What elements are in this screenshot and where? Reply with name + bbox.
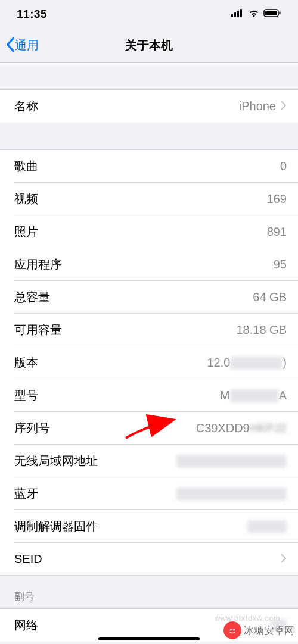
cell-label: 蓝牙 <box>14 486 38 502</box>
svg-point-8 <box>230 629 232 630</box>
cell-name[interactable]: 名称 iPhone <box>0 90 298 123</box>
cell-capacity: 总容量 64 GB <box>0 281 298 314</box>
cell-bluetooth: 蓝牙 <box>0 477 298 510</box>
value-prefix: 12.0 <box>207 356 230 370</box>
redacted-blur <box>176 455 287 468</box>
cell-label: 可用容量 <box>14 322 62 338</box>
cell-value <box>176 487 287 501</box>
status-time: 11:35 <box>17 8 47 21</box>
value-prefix: C39XDD9 <box>196 421 250 435</box>
svg-rect-5 <box>265 11 277 15</box>
cell-videos: 视频 169 <box>0 183 298 215</box>
svg-rect-0 <box>231 14 233 17</box>
cell-value: 12.0) <box>207 356 287 370</box>
section-spacer <box>0 123 298 149</box>
cell-value <box>247 520 287 533</box>
cell-label: 序列号 <box>14 420 50 436</box>
svg-rect-1 <box>234 12 236 17</box>
chevron-right-icon <box>281 552 287 566</box>
info-group: 歌曲 0 视频 169 照片 891 应用程序 95 总容量 64 GB 可用容… <box>0 149 298 576</box>
svg-rect-2 <box>237 11 239 17</box>
redacted-blur <box>176 487 287 501</box>
cell-modem-firmware: 调制解调器固件 <box>0 510 298 543</box>
cell-label: 照片 <box>14 224 38 240</box>
section-header: 副号 <box>0 576 298 608</box>
cell-value: 64 GB <box>253 290 287 304</box>
battery-icon <box>263 9 281 20</box>
cell-value: 95 <box>274 258 287 271</box>
status-bar: 11:35 <box>0 0 298 29</box>
cell-label: 型号 <box>14 387 38 404</box>
cell-label: 总容量 <box>14 289 50 305</box>
value-suffix-blurred: HKPJ2 <box>250 421 287 435</box>
cell-value-text: iPhone <box>239 99 276 113</box>
cell-model: 型号 MA <box>0 379 298 412</box>
name-group: 名称 iPhone <box>0 89 298 123</box>
home-indicator[interactable] <box>98 637 200 640</box>
svg-rect-3 <box>240 9 242 17</box>
cell-seid[interactable]: SEID <box>0 543 298 575</box>
redacted-blur <box>230 357 283 370</box>
cell-value: 0 <box>280 160 287 173</box>
watermark: 冰糖安卓网 <box>224 621 294 639</box>
cell-label: 无线局域网地址 <box>14 453 98 469</box>
cell-label: 调制解调器固件 <box>14 518 98 534</box>
cell-photos: 照片 891 <box>0 215 298 248</box>
cell-version: 版本 12.0) <box>0 346 298 379</box>
cell-label: 应用程序 <box>14 257 62 273</box>
cell-value: 18.18 GB <box>236 323 287 337</box>
chevron-right-icon <box>281 99 287 113</box>
value-prefix: M <box>220 389 230 402</box>
cell-value: 891 <box>267 225 287 239</box>
cell-apps: 应用程序 95 <box>0 248 298 281</box>
cell-label: 名称 <box>14 98 38 114</box>
cell-serial: 序列号 C39XDD9HKPJ2 <box>0 412 298 445</box>
cell-value: C39XDD9HKPJ2 <box>196 421 287 435</box>
cell-label: 版本 <box>14 355 38 371</box>
cell-value: MA <box>220 389 287 402</box>
nav-bar: 通用 关于本机 <box>0 29 298 63</box>
cell-label: SEID <box>14 552 42 566</box>
cell-label: 网络 <box>14 617 38 633</box>
signal-icon <box>231 9 244 20</box>
chevron-left-icon <box>5 37 15 55</box>
cell-value <box>276 552 287 566</box>
value-suffix: ) <box>283 356 287 370</box>
cell-wifi-address: 无线局域网地址 <box>0 445 298 477</box>
watermark-text: 冰糖安卓网 <box>244 624 294 637</box>
page-title: 关于本机 <box>125 37 173 54</box>
redacted-blur <box>230 389 279 402</box>
value-suffix: A <box>279 389 287 402</box>
cell-value: iPhone <box>239 99 287 113</box>
redacted-blur <box>247 520 287 533</box>
cell-label: 歌曲 <box>14 158 38 174</box>
status-icons <box>231 9 281 20</box>
svg-rect-6 <box>280 12 281 15</box>
watermark-icon <box>224 621 241 639</box>
cell-label: 视频 <box>14 191 38 207</box>
svg-point-7 <box>228 626 237 635</box>
cell-available: 可用容量 18.18 GB <box>0 314 298 346</box>
svg-point-9 <box>233 629 235 630</box>
cell-value: 169 <box>267 192 287 206</box>
section-spacer <box>0 63 298 89</box>
back-label: 通用 <box>15 37 39 54</box>
cell-value <box>176 455 287 468</box>
cell-songs: 歌曲 0 <box>0 150 298 183</box>
wifi-icon <box>248 9 260 20</box>
back-button[interactable]: 通用 <box>0 37 39 55</box>
